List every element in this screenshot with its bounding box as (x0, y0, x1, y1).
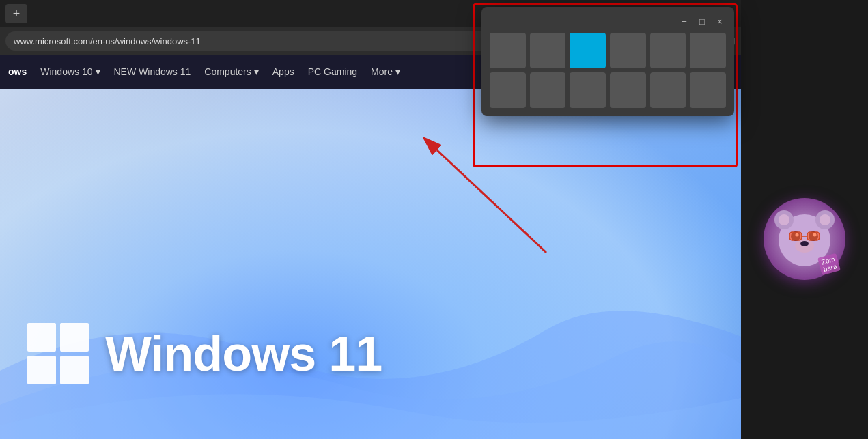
nav-item-pc-gaming[interactable]: PC Gaming (308, 66, 357, 77)
nav-brand: ows (8, 66, 27, 77)
svg-rect-12 (807, 232, 820, 240)
win-logo-square-tl (27, 323, 56, 352)
win-logo-square-bl (27, 356, 56, 384)
zombara-area: Zombara (741, 171, 868, 307)
nav-item-windows10[interactable]: Windows 10 ▾ (40, 66, 100, 77)
snap-cell-1-5[interactable] (690, 72, 726, 108)
new-tab-button[interactable]: + (5, 4, 27, 23)
chevron-down-icon: ▾ (395, 66, 400, 77)
win-logo-square-br (60, 356, 89, 384)
nav-item-more[interactable]: More ▾ (371, 66, 400, 77)
svg-point-10 (800, 241, 809, 246)
windows-11-title: Windows 11 (105, 326, 382, 382)
snap-cell-1-0[interactable] (490, 72, 526, 108)
chevron-down-icon: ▾ (96, 66, 100, 77)
snap-layout-popup: − □ × (481, 7, 734, 116)
nav-item-new-windows11[interactable]: NEW Windows 11 (114, 66, 191, 77)
windows-logo-grid (27, 323, 89, 384)
right-panel: Zombara (741, 0, 868, 439)
snap-minimize-button[interactable]: − (678, 15, 690, 27)
nav-item-computers[interactable]: Computers ▾ (204, 66, 258, 77)
svg-point-4 (820, 214, 830, 225)
snap-window-controls: − □ × (490, 15, 726, 27)
snap-close-button[interactable]: × (714, 15, 726, 27)
svg-rect-11 (789, 232, 802, 240)
win-logo-square-tr (60, 323, 89, 352)
hero-section: Windows 11 (0, 89, 741, 439)
chevron-down-icon: ▾ (254, 66, 259, 77)
wave-decoration (0, 166, 741, 439)
snap-cell-0-3[interactable] (610, 33, 646, 68)
nav-item-apps[interactable]: Apps (272, 66, 294, 77)
snap-cell-1-1[interactable] (530, 72, 566, 108)
zombara-logo: Zombara (764, 198, 845, 280)
snap-cell-0-0[interactable] (490, 33, 526, 68)
svg-point-3 (779, 214, 789, 225)
snap-cell-0-2[interactable] (570, 33, 606, 68)
snap-maximize-button[interactable]: □ (696, 15, 708, 27)
snap-cell-0-5[interactable] (690, 33, 726, 68)
snap-cell-1-3[interactable] (610, 72, 646, 108)
snap-cell-1-4[interactable] (650, 72, 686, 108)
windows-logo-section: Windows 11 (27, 323, 382, 384)
snap-cell-0-4[interactable] (650, 33, 686, 68)
snap-layout-grid (490, 33, 726, 108)
snap-cell-0-1[interactable] (530, 33, 566, 68)
snap-cell-1-2[interactable] (570, 72, 606, 108)
